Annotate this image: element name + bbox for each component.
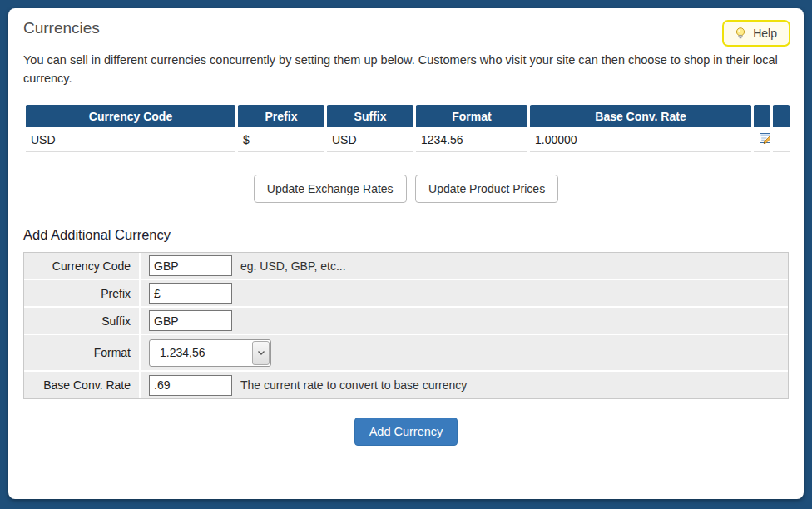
table-actions: Update Exchange Rates Update Product Pri… [23, 175, 789, 203]
suffix-cell: USD [327, 127, 413, 152]
currency-code-label: Currency Code [24, 253, 141, 279]
column-header-delete [773, 105, 790, 127]
prefix-cell: $ [238, 127, 324, 152]
form-row-base-conv-rate: Base Conv. Rate The current rate to conv… [24, 372, 788, 398]
table-row: USD $ USD 1234.56 1.00000 [26, 127, 790, 152]
currency-code-cell: USD [26, 127, 235, 152]
form-row-currency-code: Currency Code eg. USD, GBP, etc... [24, 253, 788, 280]
currency-code-hint: eg. USD, GBP, etc... [240, 259, 346, 273]
currency-code-input[interactable] [149, 255, 232, 276]
base-conv-rate-hint: The current rate to convert to base curr… [240, 378, 467, 392]
form-row-prefix: Prefix [24, 280, 788, 308]
prefix-label: Prefix [24, 280, 141, 306]
prefix-input[interactable] [149, 283, 232, 304]
update-exchange-rates-button[interactable]: Update Exchange Rates [254, 175, 407, 203]
page-description: You can sell in different currencies con… [23, 51, 789, 87]
base-conv-rate-cell: 1.00000 [530, 127, 751, 152]
chevron-down-icon [252, 341, 270, 365]
help-button[interactable]: Help [722, 20, 790, 47]
edit-currency-button[interactable] [754, 127, 770, 152]
currencies-table: Currency Code Prefix Suffix Format Base … [23, 105, 792, 152]
base-conv-rate-label: Base Conv. Rate [24, 372, 141, 398]
column-header-base-conv-rate: Base Conv. Rate [530, 105, 751, 127]
form-row-format: Format 1.234,56 [24, 335, 788, 372]
update-product-prices-button[interactable]: Update Product Prices [415, 175, 558, 203]
add-currency-button[interactable]: Add Currency [354, 418, 458, 446]
lightbulb-icon [734, 27, 747, 40]
page-title: Currencies [23, 8, 789, 37]
format-label: Format [24, 335, 141, 370]
add-currency-heading: Add Additional Currency [23, 227, 789, 243]
form-row-suffix: Suffix [24, 308, 788, 335]
suffix-input[interactable] [149, 310, 232, 331]
format-select-value: 1.234,56 [150, 340, 251, 366]
format-select[interactable]: 1.234,56 [149, 339, 271, 367]
edit-icon [759, 131, 770, 145]
column-header-format: Format [416, 105, 527, 127]
format-cell: 1234.56 [416, 127, 527, 152]
column-header-prefix: Prefix [238, 105, 324, 127]
base-conv-rate-input[interactable] [149, 375, 232, 396]
add-currency-form: Currency Code eg. USD, GBP, etc... Prefi… [23, 252, 789, 399]
suffix-label: Suffix [24, 308, 141, 334]
delete-cell [773, 127, 790, 152]
column-header-suffix: Suffix [327, 105, 413, 127]
column-header-edit [754, 105, 770, 127]
help-button-label: Help [753, 27, 777, 40]
submit-row: Add Currency [23, 418, 789, 446]
currencies-panel: Currencies Help You can sell in differen… [8, 8, 804, 499]
column-header-currency-code: Currency Code [26, 105, 235, 127]
table-header-row: Currency Code Prefix Suffix Format Base … [26, 105, 790, 127]
